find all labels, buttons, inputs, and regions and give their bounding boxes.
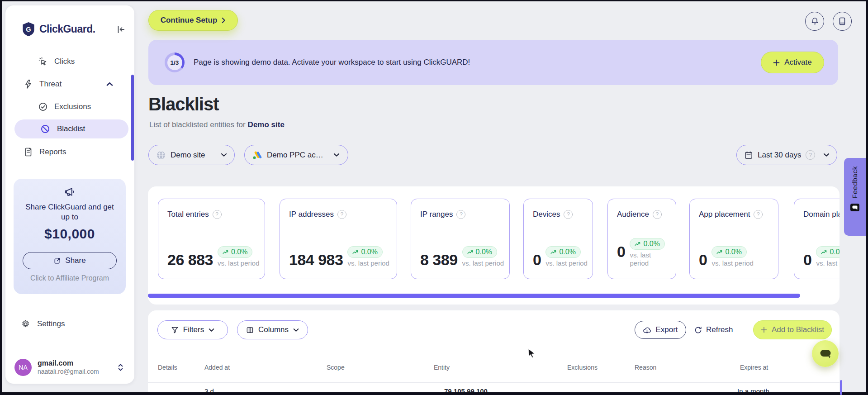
columns-button[interactable]: Columns [237, 320, 308, 339]
help-icon[interactable]: ? [806, 150, 815, 160]
feedback-app-icon [850, 203, 860, 212]
stat-card-ip-ranges: IP ranges? 8 389 0.0% vs. last period [411, 199, 510, 279]
delta-value: 0.0% [476, 248, 492, 256]
column-header-reason[interactable]: Reason [635, 364, 656, 371]
ppc-selector-value: Demo PPC ac… [267, 151, 323, 160]
stat-title: Audience [617, 210, 649, 219]
select-chevrons-icon [118, 363, 123, 371]
user-email: naatali.ro@gmail.com [38, 368, 99, 376]
plus-icon [761, 327, 767, 333]
refresh-button[interactable]: Refresh [694, 321, 733, 339]
delta-value: 0.0% [830, 248, 840, 256]
stat-note: vs. last period [545, 259, 588, 268]
sidebar-collapse-icon[interactable] [116, 24, 127, 35]
chevron-right-icon [222, 17, 226, 24]
settings-label: Settings [37, 319, 65, 328]
stat-title: Domain placement [803, 210, 840, 219]
svg-text:G: G [26, 26, 31, 33]
date-range-value: Last 30 days [758, 151, 801, 160]
stat-value: 26 883 [167, 252, 213, 267]
chevron-down-icon [333, 153, 340, 157]
activate-button[interactable]: Activate [761, 52, 824, 73]
promo-text: Share ClickGuard and get up to [22, 202, 118, 223]
site-selector[interactable]: Demo site [148, 145, 235, 165]
setup-progress-ring: 1/3 [165, 52, 185, 72]
trend-up-icon [467, 250, 473, 254]
trend-up-icon [223, 250, 228, 254]
help-icon[interactable]: ? [653, 210, 662, 219]
export-button[interactable]: Export [635, 321, 686, 339]
stat-card-ip-addresses: IP addresses? 184 983 0.0% vs. last peri… [280, 199, 397, 279]
columns-label: Columns [258, 325, 289, 334]
help-icon[interactable]: ? [213, 210, 222, 219]
trend-up-icon [352, 250, 358, 254]
delta-badge: 0.0% [545, 246, 580, 258]
sidebar-item-label: Blacklist [57, 124, 85, 133]
column-header-scope[interactable]: Scope [327, 364, 345, 371]
ppc-account-selector[interactable]: Demo PPC ac… [244, 145, 348, 165]
brand-name: ClickGuard. [39, 23, 95, 35]
site-selector-value: Demo site [171, 151, 205, 160]
feedback-label: Feedback [851, 166, 859, 199]
sidebar-item-blacklist[interactable]: Blacklist [14, 119, 128, 138]
column-header-added-at[interactable]: Added at [204, 364, 230, 371]
funnel-icon [171, 326, 179, 334]
chevron-up-icon[interactable] [106, 82, 113, 86]
stat-card-domain-placement: Domain placement? 0 0.0% vs. last period [794, 199, 840, 279]
delta-value: 0.0% [559, 248, 575, 256]
help-icon[interactable]: ? [754, 210, 763, 219]
stat-title: IP addresses [289, 210, 334, 219]
cloud-download-icon [643, 326, 651, 334]
user-menu[interactable]: NA gmail.com naatali.ro@gmail.com [14, 355, 128, 380]
delta-badge: 0.0% [630, 238, 664, 250]
google-ads-icon [253, 151, 262, 159]
help-icon[interactable]: ? [456, 210, 465, 219]
notifications-button[interactable] [805, 12, 824, 31]
export-label: Export [655, 325, 678, 334]
docs-button[interactable] [833, 12, 852, 31]
trend-up-icon [550, 250, 556, 254]
avatar: NA [14, 359, 32, 376]
table-header-divider [148, 382, 840, 383]
blacklist-table-panel: Filters Columns Export Refresh Add to Bl… [148, 310, 840, 392]
sidebar-item-exclusions[interactable]: Exclusions [5, 97, 167, 117]
cards-horizontal-scrollbar[interactable] [148, 294, 800, 298]
refresh-icon [694, 326, 702, 334]
megaphone-icon [64, 186, 76, 198]
column-header-exclusions[interactable]: Exclusions [567, 364, 598, 371]
promo-amount: $10,000 [14, 226, 126, 242]
column-header-expires-at[interactable]: Expires at [740, 364, 768, 371]
column-header-entity[interactable]: Entity [434, 364, 450, 371]
sidebar-scrollbar[interactable] [131, 75, 134, 161]
delta-badge: 0.0% [218, 246, 252, 258]
feedback-tab[interactable]: Feedback [844, 158, 866, 236]
stat-value: 8 389 [420, 252, 458, 267]
activate-label: Activate [784, 58, 811, 67]
trend-up-icon [716, 250, 722, 254]
table-row-expires-at: In a month [737, 387, 769, 392]
continue-setup-button[interactable]: Continue Setup [148, 10, 238, 31]
stats-cards-panel: Total entries? 26 883 0.0% vs. last peri… [148, 186, 840, 305]
promo-caption[interactable]: Click to Affiliate Program [14, 274, 126, 282]
column-header-details[interactable]: Details [158, 364, 177, 371]
help-icon[interactable]: ? [337, 210, 346, 219]
trend-up-icon [821, 250, 827, 254]
brand-logo[interactable]: G ClickGuard. [22, 22, 95, 37]
stat-value: 0 [533, 252, 541, 267]
help-icon[interactable]: ? [564, 210, 573, 219]
filters-button[interactable]: Filters [157, 320, 228, 339]
stat-note: vs. last period [462, 259, 504, 268]
stat-value: 0 [699, 252, 707, 267]
share-button[interactable]: Share [23, 252, 117, 269]
add-to-blacklist-label: Add to Blacklist [772, 325, 824, 334]
sidebar-item-clicks[interactable]: Clicks [5, 52, 167, 71]
stat-note: vs. last period [347, 259, 389, 268]
sidebar-item-settings[interactable]: Settings [5, 314, 150, 334]
chat-widget-button[interactable] [812, 340, 839, 367]
stat-note: vs. last period [816, 259, 840, 268]
reading-list-icon [838, 17, 846, 26]
date-range-selector[interactable]: Last 30 days ? [736, 145, 837, 165]
page-subtitle: List of blacklisted entities forDemo sit… [149, 120, 285, 129]
table-vertical-scrollbar[interactable] [840, 380, 842, 395]
add-to-blacklist-button[interactable]: Add to Blacklist [753, 320, 832, 339]
